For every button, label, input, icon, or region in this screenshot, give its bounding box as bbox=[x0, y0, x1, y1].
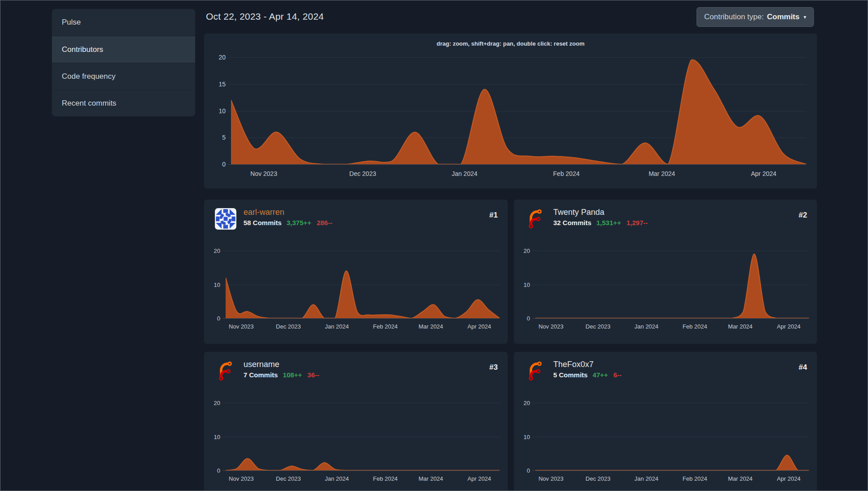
y-axis-tick-label: 10 bbox=[218, 107, 226, 115]
contributor-identity: earl-warren 58 Commits 3,375++ 286-- bbox=[244, 207, 332, 226]
y-axis-tick-label: 10 bbox=[214, 281, 220, 288]
username-chart[interactable]: 01020Nov 2023Dec 2023Jan 2024Feb 2024Mar… bbox=[204, 403, 500, 488]
sidebar-item-pulse[interactable]: Pulse bbox=[52, 9, 195, 36]
x-axis-tick-label: Dec 2023 bbox=[586, 323, 611, 330]
x-axis-tick-label: Feb 2024 bbox=[373, 323, 398, 330]
commit-count: 58 Commits bbox=[244, 219, 282, 226]
rank-badge: #4 bbox=[799, 363, 807, 372]
contribution-type-value: Commits bbox=[767, 13, 800, 21]
x-axis-tick-label: Nov 2023 bbox=[229, 475, 254, 482]
area-series bbox=[231, 57, 806, 164]
rank-badge: #1 bbox=[489, 211, 498, 220]
rank-badge: #2 bbox=[799, 211, 807, 220]
sidebar-item-contributors[interactable]: Contributors bbox=[52, 36, 195, 63]
x-axis-tick-label: Dec 2023 bbox=[276, 323, 301, 330]
area-series bbox=[535, 251, 809, 318]
chevron-down-icon: ▾ bbox=[804, 14, 806, 20]
area-series bbox=[226, 251, 500, 318]
chart-zoom-hint: drag: zoom, shift+drag: pan, double clic… bbox=[204, 34, 817, 47]
contributor-card-username: username 7 Commits 108++ 36-- #3 01020No… bbox=[204, 352, 508, 491]
date-range-title: Oct 22, 2023 - Apr 14, 2024 bbox=[206, 11, 324, 22]
y-axis-tick-label: 20 bbox=[218, 54, 226, 61]
rank-badge: #3 bbox=[489, 363, 498, 372]
x-axis-tick-label: Feb 2024 bbox=[683, 475, 707, 482]
additions-count: 3,375++ bbox=[286, 219, 311, 226]
x-axis-tick-label: Nov 2023 bbox=[229, 323, 254, 330]
contributor-name-link[interactable]: earl-warren bbox=[244, 207, 332, 218]
contributor-card-earl-warren: earl-warren 58 Commits 3,375++ 286-- #1 … bbox=[204, 200, 508, 344]
x-axis-tick-label: Mar 2024 bbox=[419, 475, 443, 482]
deletions-count: 36-- bbox=[308, 371, 320, 379]
x-axis-tick-label: Jan 2024 bbox=[325, 323, 349, 330]
x-axis-tick-label: Nov 2023 bbox=[539, 475, 564, 482]
contributor-card-thefox0x7: TheFox0x7 5 Commits 47++ 6-- #4 01020Nov… bbox=[514, 352, 817, 491]
y-axis-tick-label: 0 bbox=[222, 161, 226, 168]
forgejo-logo-avatar bbox=[215, 360, 236, 382]
x-axis-tick-label: Jan 2024 bbox=[634, 475, 658, 482]
y-axis-tick-label: 15 bbox=[218, 81, 226, 88]
contributor-stats: 58 Commits 3,375++ 286-- bbox=[244, 219, 332, 226]
x-axis-tick-label: Jan 2024 bbox=[325, 475, 349, 482]
thefox0x7-chart[interactable]: 01020Nov 2023Dec 2023Jan 2024Feb 2024Mar… bbox=[514, 403, 809, 488]
contributor-stats: 7 Commits 108++ 36-- bbox=[244, 371, 319, 379]
deletions-count: 286-- bbox=[316, 219, 332, 226]
forgejo-logo-avatar bbox=[525, 208, 546, 230]
x-axis-tick-label: Feb 2024 bbox=[553, 170, 580, 177]
y-axis-tick-label: 10 bbox=[524, 281, 530, 288]
x-axis-tick-label: Apr 2024 bbox=[467, 475, 491, 482]
x-axis-tick-label: Jan 2024 bbox=[634, 323, 658, 330]
x-axis-tick-label: Feb 2024 bbox=[373, 475, 398, 482]
contributor-card-header: username 7 Commits 108++ 36-- #3 bbox=[215, 359, 498, 384]
commit-count: 7 Commits bbox=[244, 371, 278, 379]
x-axis-tick-label: Dec 2023 bbox=[276, 475, 301, 482]
y-axis-tick-label: 0 bbox=[217, 315, 220, 322]
x-axis-tick-label: Nov 2023 bbox=[250, 170, 277, 177]
additions-count: 1,531++ bbox=[596, 219, 621, 226]
contributor-identity: Twenty Panda 32 Commits 1,531++ 1,297-- bbox=[553, 207, 648, 226]
x-axis-tick-label: Apr 2024 bbox=[777, 323, 800, 330]
x-axis-tick-label: Mar 2024 bbox=[419, 323, 443, 330]
area-series bbox=[226, 403, 500, 470]
x-axis-tick-label: Mar 2024 bbox=[649, 170, 675, 177]
additions-count: 47++ bbox=[593, 371, 608, 379]
commit-count: 32 Commits bbox=[553, 219, 591, 226]
repo-activity-menu: Pulse Contributors Code frequency Recent… bbox=[52, 9, 195, 116]
deletions-count: 6-- bbox=[613, 371, 621, 379]
sidebar-item-recent-commits[interactable]: Recent commits bbox=[52, 90, 195, 116]
contributor-name: TheFox0x7 bbox=[553, 359, 622, 370]
twenty-panda-chart[interactable]: 01020Nov 2023Dec 2023Jan 2024Feb 2024Mar… bbox=[514, 251, 809, 336]
contributor-card-header: earl-warren 58 Commits 3,375++ 286-- #1 bbox=[215, 207, 498, 232]
additions-count: 108++ bbox=[283, 371, 302, 379]
x-axis-tick-label: Apr 2024 bbox=[467, 323, 491, 330]
main-chart-panel: drag: zoom, shift+drag: pan, double clic… bbox=[204, 34, 817, 188]
deletions-count: 1,297-- bbox=[626, 219, 648, 226]
earl-warren-chart[interactable]: 01020Nov 2023Dec 2023Jan 2024Feb 2024Mar… bbox=[204, 251, 500, 336]
y-axis-tick-label: 0 bbox=[217, 467, 220, 474]
overall-contributions-chart[interactable]: 05101520Nov 2023Dec 2023Jan 2024Feb 2024… bbox=[204, 57, 806, 183]
contributors-page: Pulse Contributors Code frequency Recent… bbox=[0, 0, 868, 491]
contributor-card-twenty-panda: Twenty Panda 32 Commits 1,531++ 1,297-- … bbox=[514, 200, 817, 344]
y-axis-tick-label: 0 bbox=[527, 467, 530, 474]
y-axis-tick-label: 20 bbox=[214, 248, 220, 254]
y-axis-tick-label: 20 bbox=[524, 400, 530, 406]
contributor-stats: 32 Commits 1,531++ 1,297-- bbox=[553, 219, 648, 226]
y-axis-tick-label: 20 bbox=[524, 248, 530, 254]
contributor-card-header: Twenty Panda 32 Commits 1,531++ 1,297-- … bbox=[525, 207, 807, 232]
x-axis-tick-label: Jan 2024 bbox=[452, 170, 478, 177]
y-axis-tick-label: 5 bbox=[222, 134, 226, 141]
identicon-avatar bbox=[215, 208, 236, 230]
contributor-identity: TheFox0x7 5 Commits 47++ 6-- bbox=[553, 359, 622, 379]
commit-count: 5 Commits bbox=[553, 371, 588, 379]
x-axis-tick-label: Apr 2024 bbox=[751, 170, 776, 177]
contributor-stats: 5 Commits 47++ 6-- bbox=[553, 371, 622, 379]
sidebar-item-code-frequency[interactable]: Code frequency bbox=[52, 63, 195, 90]
y-axis-tick-label: 0 bbox=[527, 315, 530, 322]
x-axis-tick-label: Mar 2024 bbox=[728, 323, 753, 330]
x-axis-tick-label: Apr 2024 bbox=[777, 475, 800, 482]
x-axis-tick-label: Nov 2023 bbox=[539, 323, 564, 330]
contribution-type-label: Contribution type: bbox=[704, 13, 764, 21]
main-content: Oct 22, 2023 - Apr 14, 2024 Contribution… bbox=[204, 0, 817, 491]
forgejo-logo-avatar bbox=[525, 360, 546, 382]
y-axis-tick-label: 10 bbox=[214, 433, 220, 440]
contribution-type-dropdown[interactable]: Contribution type: Commits ▾ bbox=[697, 7, 814, 27]
